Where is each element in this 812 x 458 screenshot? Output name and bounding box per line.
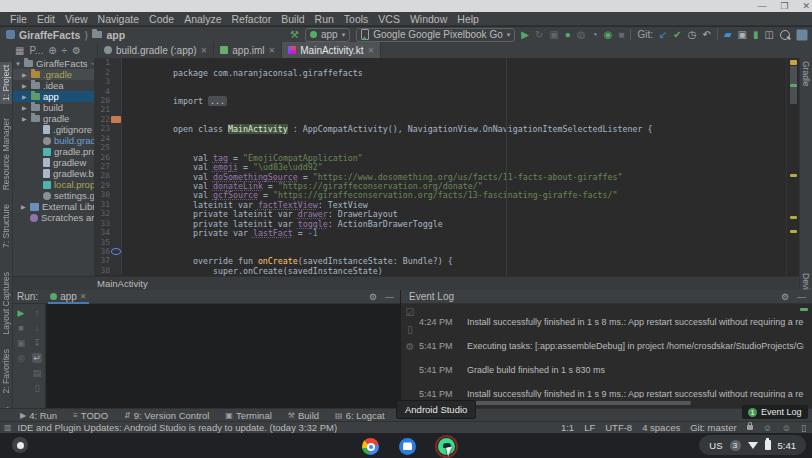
caret-position[interactable]: 1:1 — [561, 422, 574, 433]
gutter-icon[interactable] — [111, 248, 121, 255]
tool-window-button[interactable]: ▶ 4: Run — [14, 410, 63, 421]
event-log-settings-gear-icon[interactable]: ⚙ — [781, 292, 789, 302]
gutter-icon[interactable] — [111, 106, 121, 114]
clear-log-icon[interactable]: ▯ — [407, 325, 413, 335]
hide-panel-icon[interactable]: — — [797, 292, 806, 302]
gutter-icon[interactable] — [111, 134, 121, 142]
tree-row[interactable]: ▶ app — [13, 91, 94, 102]
toolwindow-toggle-icon[interactable]: ▥ — [4, 423, 12, 432]
android-studio-icon[interactable] — [436, 436, 457, 457]
menu-item[interactable]: Run — [310, 13, 339, 25]
coverage-icon[interactable]: ▣ — [549, 30, 558, 40]
tool-window-button[interactable]: 2: Favorites — [1, 349, 11, 393]
gutter-icon[interactable] — [111, 59, 121, 67]
editor-scrollbar[interactable] — [786, 58, 799, 276]
tree-chevron-icon[interactable]: ▶ — [22, 71, 28, 78]
device-dropdown[interactable]: Google Google Pixelbook Go ▾ — [356, 28, 515, 42]
locate-file-icon[interactable]: ⊕ — [48, 45, 56, 56]
pin-tab-icon[interactable]: ◎ — [17, 353, 25, 363]
chrome-icon[interactable] — [362, 438, 379, 455]
gutter-icon[interactable] — [111, 78, 121, 86]
restore-window-icon[interactable]: ❐ — [780, 2, 788, 11]
tree-chevron-icon[interactable]: ▼ — [15, 61, 21, 67]
tree-chevron-icon[interactable]: ▶ — [22, 82, 28, 89]
gutter-icon[interactable] — [111, 96, 121, 104]
tree-row[interactable]: gradle.properties — [13, 146, 94, 157]
close-window-icon[interactable]: ✕ — [802, 2, 810, 11]
clear-console-icon[interactable]: ▯ — [35, 383, 40, 393]
close-tab-icon[interactable]: ✕ — [269, 46, 276, 55]
breadcrumb-project[interactable]: GiraffeFacts — [19, 29, 80, 41]
tree-row[interactable]: ▶ gradle — [13, 113, 94, 124]
tool-window-button[interactable]: Layout Captures — [1, 272, 11, 334]
tree-chevron-icon[interactable]: ▶ — [22, 115, 28, 122]
gutter-icon[interactable] — [111, 181, 121, 189]
restore-layout-icon[interactable]: ▣ — [17, 338, 26, 348]
close-tab-icon[interactable]: ✕ — [367, 46, 374, 55]
indent-setting[interactable]: 4 spaces — [642, 422, 680, 433]
tool-window-button[interactable]: ⚒ Build — [282, 410, 325, 421]
minimize-window-icon[interactable]: — — [757, 2, 766, 11]
status-message[interactable]: IDE and Plugin Updates: Android Studio i… — [18, 422, 338, 433]
scroll-to-end-icon[interactable]: ↧ — [33, 338, 41, 348]
line-separator[interactable]: LF — [584, 422, 595, 433]
menu-item[interactable]: Window — [405, 13, 452, 25]
menu-item[interactable]: VCS — [373, 13, 405, 25]
gutter-icon[interactable] — [111, 68, 121, 76]
profile-icon[interactable]: ◍ — [577, 30, 586, 40]
menu-item[interactable]: Code — [144, 13, 179, 25]
tool-window-button-gradle[interactable]: Gradle — [801, 61, 811, 87]
gutter-icon[interactable] — [111, 172, 121, 180]
gutter-icon[interactable] — [111, 87, 121, 95]
breadcrumb-module[interactable]: app — [106, 29, 125, 41]
project-view-dropdown[interactable]: P... — [29, 45, 43, 56]
commit-icon[interactable]: ✔ — [673, 30, 681, 40]
device-manager-icon[interactable]: ▮ — [753, 30, 759, 40]
gutter-icon[interactable] — [111, 153, 121, 161]
tree-chevron-icon[interactable]: ▶ — [22, 93, 28, 100]
warning-marker[interactable] — [790, 174, 797, 177]
tree-row[interactable]: ▼ GiraffeFacts ~/S — [13, 58, 94, 69]
tree-row[interactable]: gradlew.bat — [13, 168, 94, 179]
tree-row[interactable]: ▶ build — [13, 102, 94, 113]
mark-all-read-icon[interactable]: ☑ — [406, 308, 415, 318]
code-editor[interactable]: 1 package com.naranjaconsal.giraffefacts… — [95, 58, 786, 276]
tree-row[interactable]: build.gradle — [13, 135, 94, 146]
gutter-icon[interactable] — [111, 144, 121, 152]
tree-row[interactable]: .gitignore — [13, 124, 94, 135]
attach-debugger-icon[interactable]: ◉ — [604, 30, 613, 40]
warning-marker[interactable] — [790, 60, 797, 65]
menu-item[interactable]: View — [60, 13, 93, 25]
menu-item[interactable]: Edit — [32, 13, 60, 25]
warning-marker[interactable] — [790, 216, 797, 219]
avd-manager-icon[interactable]: ◫ — [765, 30, 774, 40]
gutter-icon[interactable] — [111, 200, 121, 208]
gutter-icon[interactable] — [111, 210, 121, 218]
readonly-lock-icon[interactable] — [747, 425, 753, 430]
gutter-icon[interactable] — [111, 125, 121, 133]
run-console[interactable] — [46, 304, 400, 408]
menu-item[interactable]: Build — [276, 13, 309, 25]
tree-row[interactable]: Scratches and Consoles — [13, 212, 94, 223]
editor-tab[interactable]: build.gradle (:app) ✕ — [98, 42, 214, 58]
rerun-icon[interactable]: ▶ — [18, 308, 25, 318]
menu-item[interactable]: File — [5, 13, 32, 25]
editor-tab[interactable]: app.iml ✕ — [214, 42, 282, 58]
tree-row[interactable]: settings.gradle — [13, 190, 94, 201]
apply-changes-icon[interactable]: ↻ — [535, 30, 543, 40]
tree-row[interactable]: ▶ .gradle — [13, 69, 94, 80]
debug-icon[interactable]: ● — [565, 30, 571, 40]
highlight-level-icon[interactable]: ☺ — [763, 423, 772, 433]
project-settings-gear-icon[interactable]: ⚙ — [72, 45, 81, 56]
profiler-gauge-icon[interactable]: ◔ — [592, 30, 598, 40]
tool-window-button[interactable]: ⇵ 9: Version Control — [118, 410, 215, 421]
tool-window-button[interactable]: ≡ TODO — [67, 410, 114, 421]
files-app-icon[interactable] — [399, 438, 416, 455]
git-branch[interactable]: Git: master — [690, 422, 736, 433]
tool-window-button[interactable]: ▣ Terminal — [219, 410, 277, 421]
stop-process-icon[interactable]: ■ — [18, 323, 23, 333]
launcher-button[interactable] — [12, 437, 28, 453]
menu-item[interactable]: Analyze — [179, 13, 226, 25]
tool-window-button[interactable]: ▤ 6: Logcat — [329, 410, 391, 421]
stop-icon[interactable]: ■ — [618, 30, 624, 40]
